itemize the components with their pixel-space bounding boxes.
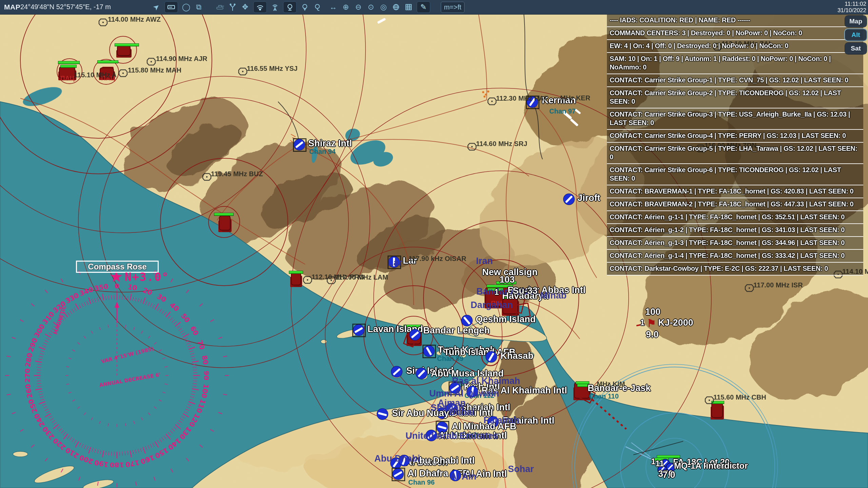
vor-frequency-label: 115.80 MHz MAH xyxy=(128,66,181,74)
airport-icon[interactable] xyxy=(461,315,473,327)
iads-line: SAM: 10 | On: 1 | Off: 9 | Autonm: 1 | R… xyxy=(607,53,863,74)
track-label: 100 xyxy=(645,307,660,317)
view-button-alt[interactable]: Alt xyxy=(845,29,867,41)
vor-beacon-icon[interactable] xyxy=(238,67,248,76)
airport-icon[interactable] xyxy=(294,139,305,151)
dcs-f10-map-screen: 0102030405060708090100110120130140150160… xyxy=(0,0,868,488)
vor-beacon-icon[interactable] xyxy=(487,97,497,105)
airport-icon[interactable] xyxy=(564,194,575,205)
track-label: Su-33 xyxy=(513,286,538,296)
airport-icon[interactable] xyxy=(377,409,389,420)
measure-tool-icon[interactable] xyxy=(164,1,178,13)
vor-beacon-icon[interactable] xyxy=(202,173,212,181)
unit-health-bar xyxy=(97,60,118,63)
airport-label: Shiraz Intl xyxy=(308,138,352,149)
city-label: Umm Al Quwain xyxy=(429,388,499,399)
antenna-tool-icon[interactable] xyxy=(271,2,279,12)
airport-label: Abu Dhabi Intl xyxy=(413,455,475,466)
airport-icon[interactable] xyxy=(486,351,497,363)
iads-line: CONTACT: Aérien_g-1-3 | TYPE: FA-18C_hor… xyxy=(607,237,863,250)
vor-beacon-icon[interactable] xyxy=(118,69,128,77)
city-label: Abu Dhabi xyxy=(374,453,420,464)
zoom-reset-icon[interactable]: ⊙ xyxy=(367,2,375,12)
city-label: Dargahan xyxy=(471,300,513,310)
enemy-ground-unit[interactable] xyxy=(219,216,231,230)
view-button-sat[interactable]: Sat xyxy=(845,43,867,54)
awacs-c-tool-icon[interactable] xyxy=(313,2,322,12)
grid-icon[interactable] xyxy=(404,2,413,12)
unit-health-bar xyxy=(289,271,303,274)
iads-line: CONTACT: Carrier Strike Group-1 | TYPE: … xyxy=(607,74,863,87)
airport-icon[interactable] xyxy=(416,368,428,380)
track-label: interdictor xyxy=(706,461,748,471)
iads-status-panel: ---- IADS: COALITION: RED | NAME: RED --… xyxy=(607,14,863,276)
iads-line: CONTACT: Aérien_g-1-1 | TYPE: FA-18C_hor… xyxy=(607,211,863,224)
route-fork-tool-icon[interactable] xyxy=(228,2,237,12)
track-label: 103 xyxy=(499,274,515,285)
iads-line: CONTACT: Aérien_g-1-2 | TYPE: FA-18C_hor… xyxy=(607,224,863,237)
enemy-ground-unit[interactable] xyxy=(117,45,131,56)
signal-tool-icon[interactable] xyxy=(253,1,267,13)
iads-line: COMMAND CENTERS: 3 | Destroyed: 0 | NoPo… xyxy=(607,27,863,40)
vor-beacon-icon[interactable] xyxy=(327,276,336,284)
unit-health-bar xyxy=(115,43,139,46)
tacan-channel-label: Chan 97 xyxy=(549,107,576,115)
globe-icon[interactable] xyxy=(392,2,400,12)
city-label: Ras al Khaimah xyxy=(452,376,520,386)
track-label: 1 xyxy=(651,457,655,466)
draw-tool-icon[interactable]: ✎ xyxy=(417,1,430,13)
zoom-out-icon[interactable]: ⊖ xyxy=(354,2,363,12)
iads-line: CONTACT: BRAVERMAN-2 | TYPE: FA-18C_horn… xyxy=(607,198,863,211)
iads-line: CONTACT: Carrier Strike Group-4 | TYPE: … xyxy=(607,130,863,143)
vor-beacon-icon[interactable] xyxy=(745,284,754,292)
airport-icon[interactable] xyxy=(353,325,365,336)
iads-line: CONTACT: Aérien_g-1-4 | TYPE: FA-18C_hor… xyxy=(607,250,863,263)
vor-frequency-label: 117.00 MHz ISR xyxy=(753,281,803,289)
zoom-in-icon[interactable]: ⊕ xyxy=(341,2,350,12)
circle-tool-icon[interactable]: ◯ xyxy=(182,2,191,12)
airport-icon[interactable] xyxy=(423,346,435,357)
target-designate-icon[interactable]: ◎ xyxy=(379,2,388,12)
pan-tool-icon[interactable]: ↔ xyxy=(329,2,338,12)
enemy-aircraft-icon[interactable]: ⚑ xyxy=(647,317,656,329)
iads-line: CONTACT: Carrier Strike Group-3 | TYPE: … xyxy=(607,108,863,130)
unit-health-bar xyxy=(58,61,80,64)
unit-health-bar xyxy=(214,213,234,216)
mission-clock: 11:11:02 31/10/2022 xyxy=(837,1,866,14)
airport-label: Khasab xyxy=(500,351,534,361)
awacs-a-tool-icon[interactable] xyxy=(283,1,297,13)
vor-beacon-icon[interactable] xyxy=(705,396,714,404)
vor-frequency-label: 119.45 MHz BUZ xyxy=(211,170,263,178)
nav-cursor-icon[interactable]: ➤ xyxy=(152,2,161,12)
ground-unit-tool-icon[interactable] xyxy=(216,2,224,12)
airport-icon[interactable] xyxy=(393,469,404,480)
track-label: 7.0 xyxy=(663,470,675,480)
unit-toggle-button[interactable]: m=>ft xyxy=(441,2,465,13)
airport-label: Qeshm Island xyxy=(476,314,536,325)
airport-label: Bandar Lengeh xyxy=(423,325,490,336)
magnetic-variation-label: N+3.0° xyxy=(125,270,169,284)
vor-beacon-icon[interactable] xyxy=(467,143,477,151)
vor-frequency-label: 114.60 MHz SRJ xyxy=(476,140,527,148)
tacan-channel-label: Chan 110 xyxy=(589,392,619,400)
city-label: Minab xyxy=(540,290,567,301)
iads-line: CONTACT: Carrier Strike Group-5 | TYPE: … xyxy=(607,143,863,164)
iads-line: CONTACT: Carrier Strike Group-6 | TYPE: … xyxy=(607,164,863,185)
tacan-channel-label: Chan 94 xyxy=(309,148,336,156)
enemy-unit-text: ПАЦ xyxy=(60,75,74,82)
waypoint-tool-icon[interactable]: ✥ xyxy=(241,2,250,12)
city-label: Fujairah xyxy=(484,415,519,426)
vor-beacon-icon[interactable] xyxy=(146,58,156,66)
enemy-ground-unit[interactable] xyxy=(291,272,301,285)
clone-tool-icon[interactable]: ⧉ xyxy=(194,2,203,12)
vor-frequency-label: 112.30 MHz RAF xyxy=(496,95,548,102)
track-label: KJ-2000 xyxy=(658,318,693,328)
city-label: Al Ain xyxy=(450,471,476,482)
vor-beacon-icon[interactable] xyxy=(303,276,312,284)
vor-beacon-icon[interactable] xyxy=(98,18,108,26)
airport-icon[interactable] xyxy=(391,366,403,378)
view-button-map[interactable]: Map xyxy=(845,16,867,27)
awacs-b-tool-icon[interactable] xyxy=(300,2,309,12)
city-label: United Arab Emirates xyxy=(406,431,498,441)
airport-icon[interactable] xyxy=(410,329,421,341)
